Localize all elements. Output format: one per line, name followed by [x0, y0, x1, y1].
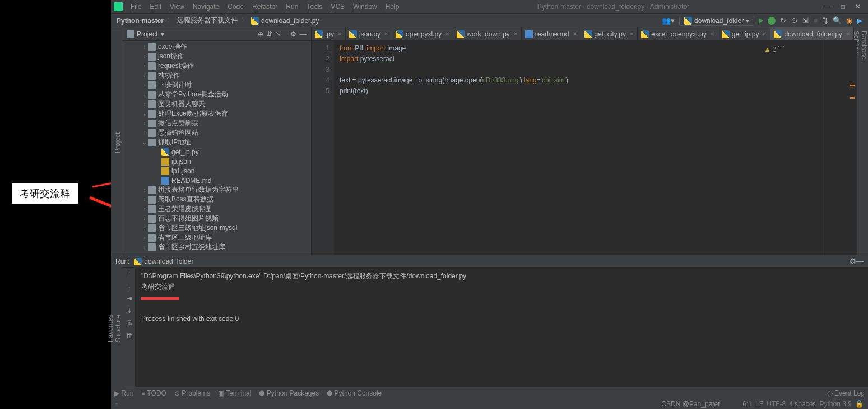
expand-all-icon[interactable]: ⇵: [267, 30, 272, 38]
expand-arrow-icon[interactable]: ›: [141, 73, 148, 79]
editor-tab[interactable]: readme.md✕: [522, 27, 581, 40]
close-tab-icon[interactable]: ✕: [573, 31, 577, 37]
tree-node[interactable]: ›json操作: [122, 52, 311, 61]
tree-node[interactable]: ip1.json: [122, 166, 311, 176]
tree-node[interactable]: ›百思不得姐图片视频: [122, 214, 311, 223]
inspection-widget[interactable]: ▲2 ˆ ˇ: [764, 44, 784, 55]
run-config-selector[interactable]: download_folder ▾: [679, 16, 754, 26]
breadcrumb[interactable]: Python-master〉 远程服务器下载文件〉 download_folde…: [117, 16, 319, 25]
expand-arrow-icon[interactable]: ›: [141, 197, 148, 203]
stop-button[interactable]: ■: [813, 16, 818, 25]
run-tab[interactable]: ▶ Run: [114, 389, 133, 397]
caret-position[interactable]: 6:1: [742, 400, 752, 408]
lock-icon[interactable]: 🔓: [855, 400, 864, 408]
interpreter-info[interactable]: Python 3.9: [820, 400, 852, 408]
expand-arrow-icon[interactable]: ›: [141, 245, 148, 250]
expand-arrow-icon[interactable]: ›: [141, 235, 148, 241]
hide-panel-icon[interactable]: —: [856, 257, 864, 265]
project-tool-tab[interactable]: Project: [114, 31, 122, 255]
expand-arrow-icon[interactable]: ⌄: [141, 140, 148, 145]
expand-arrow-icon[interactable]: ›: [141, 226, 148, 231]
file-encoding[interactable]: UTF-8: [767, 400, 786, 408]
close-tab-icon[interactable]: ✕: [337, 31, 342, 37]
code-editor[interactable]: from PIL import Image import pytesseract…: [334, 41, 823, 255]
maximize-button[interactable]: □: [841, 3, 845, 11]
expand-arrow-icon[interactable]: ›: [141, 44, 148, 50]
coverage-button[interactable]: ↻: [780, 16, 786, 25]
menu-file[interactable]: File: [127, 2, 145, 12]
chevron-down-icon[interactable]: ▾: [161, 30, 164, 38]
left-tool-tabs-bottom[interactable]: Structure Favorites: [111, 264, 122, 390]
scroll-end-icon[interactable]: ⤓: [127, 307, 132, 315]
expand-arrow-icon[interactable]: ›: [141, 102, 148, 107]
indent-info[interactable]: 4 spaces: [789, 400, 816, 408]
main-menu[interactable]: File Edit View Navigate Code Refactor Ru…: [127, 2, 402, 12]
profile-button[interactable]: ⏲: [791, 16, 798, 25]
close-button[interactable]: ✕: [855, 3, 861, 11]
menu-tools[interactable]: Tools: [303, 2, 326, 12]
line-number[interactable]: 3: [312, 65, 329, 75]
expand-arrow-icon[interactable]: ›: [141, 82, 148, 88]
breadcrumb-file[interactable]: download_folder.py: [261, 17, 319, 25]
editor-tab[interactable]: get_city.py✕: [581, 27, 638, 40]
up-icon[interactable]: ↑: [128, 270, 131, 278]
tree-node[interactable]: ⌄抓取IP地址: [122, 137, 311, 147]
editor-tab[interactable]: work_down.py✕: [453, 27, 522, 40]
line-number[interactable]: 4: [312, 75, 329, 86]
close-tab-icon[interactable]: ✕: [445, 31, 449, 37]
left-tool-tabs[interactable]: Project: [111, 27, 122, 255]
close-tab-icon[interactable]: ✕: [762, 31, 767, 37]
expand-arrow-icon[interactable]: ›: [141, 63, 148, 69]
structure-tool-tab[interactable]: Structure: [114, 267, 122, 390]
run-config-label[interactable]: download_folder: [144, 258, 193, 265]
tree-node[interactable]: ›zip操作: [122, 71, 311, 80]
close-tab-icon[interactable]: ✕: [710, 31, 714, 37]
user-icon[interactable]: 👥▾: [662, 16, 675, 25]
line-number[interactable]: 5: [312, 86, 329, 96]
select-opened-file-icon[interactable]: ⊕: [258, 30, 263, 38]
menu-view[interactable]: View: [166, 2, 188, 12]
expand-arrow-icon[interactable]: ›: [141, 92, 148, 98]
menu-navigate[interactable]: Navigate: [189, 2, 222, 12]
tree-node[interactable]: ›省市区乡村五级地址库: [122, 242, 311, 252]
close-tab-icon[interactable]: ✕: [846, 31, 850, 37]
tree-node[interactable]: get_ip.py: [122, 147, 311, 157]
line-number[interactable]: 1: [312, 43, 329, 54]
event-log-tab[interactable]: ◌ Event Log: [827, 389, 865, 397]
down-icon[interactable]: ↓: [128, 282, 131, 290]
breadcrumb-folder[interactable]: 远程服务器下载文件: [177, 16, 238, 25]
expand-arrow-icon[interactable]: ›: [141, 121, 148, 126]
tree-node[interactable]: ›省市区三级地址json-mysql: [122, 223, 311, 233]
editor-tab[interactable]: get_ip.py✕: [718, 27, 771, 40]
database-tool-tab[interactable]: Database: [860, 27, 868, 255]
breadcrumb-root[interactable]: Python-master: [117, 17, 164, 25]
python-packages-tab[interactable]: ⬢ Python Packages: [259, 389, 319, 397]
tree-node[interactable]: ›恶搞钓鱼网站: [122, 128, 311, 137]
sidebar-toggle-icon[interactable]: ▫: [115, 400, 118, 408]
tree-node[interactable]: ›excel操作: [122, 42, 311, 52]
expand-arrow-icon[interactable]: ›: [141, 206, 148, 212]
line-ending[interactable]: LF: [755, 400, 763, 408]
project-tree[interactable]: ›excel操作›json操作›request操作›zip操作›下班倒计时›从零…: [122, 41, 311, 255]
run-button[interactable]: [759, 18, 763, 24]
menu-vcs[interactable]: VCS: [327, 2, 348, 12]
menu-refactor[interactable]: Refactor: [249, 2, 281, 12]
expand-arrow-icon[interactable]: ›: [141, 54, 148, 59]
editor-tabs[interactable]: .py✕json.py✕openpyxl.py✕work_down.py✕rea…: [312, 27, 857, 41]
menu-window[interactable]: Window: [350, 2, 380, 12]
tree-node[interactable]: ›微信点赞刷票: [122, 118, 311, 128]
console-output[interactable]: "D:\Program Files\Python39\python.exe" D…: [136, 268, 868, 387]
editor-tab[interactable]: .py✕: [312, 27, 346, 40]
close-tab-icon[interactable]: ✕: [629, 31, 634, 37]
settings-gear-icon[interactable]: ⚙: [290, 30, 296, 38]
tree-node[interactable]: ›王者荣耀皮肤爬图: [122, 204, 311, 214]
terminal-tab[interactable]: ▣ Terminal: [218, 389, 251, 397]
debug-button[interactable]: [768, 17, 776, 25]
close-tab-icon[interactable]: ✕: [384, 31, 388, 37]
tree-node[interactable]: ›图灵机器人聊天: [122, 99, 311, 109]
todo-tab[interactable]: ≡ TODO: [141, 389, 166, 397]
tree-node[interactable]: ›省市区三级地址库: [122, 233, 311, 242]
right-tool-tabs[interactable]: Database SciView: [857, 27, 868, 255]
tree-node[interactable]: ip.json: [122, 157, 311, 166]
settings-gear-icon[interactable]: ⚙: [850, 257, 856, 265]
